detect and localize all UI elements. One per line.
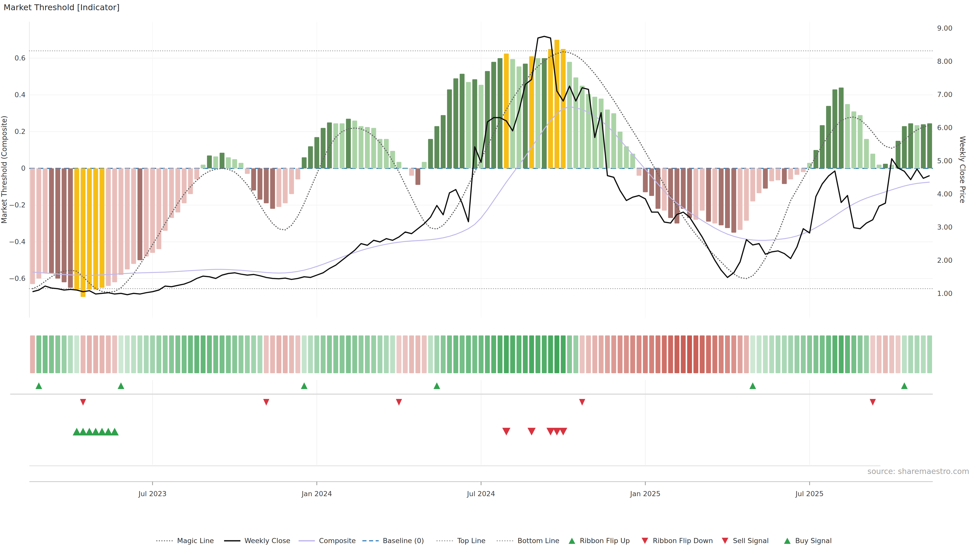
signal-markers <box>10 380 933 466</box>
ribbon-cell <box>870 335 875 373</box>
composite-bar <box>106 168 111 286</box>
ribbon-cell <box>200 335 205 373</box>
ribbon-cell <box>504 335 509 373</box>
composite-bar <box>870 154 875 168</box>
composite-bar <box>694 168 698 220</box>
composite-bar <box>466 82 471 168</box>
right-axis-tick-label: 7.00 <box>937 91 953 98</box>
ribbon-cell <box>74 335 79 373</box>
ribbon-cell <box>396 335 401 373</box>
ribbon-cell <box>567 335 572 373</box>
composite-bar <box>636 168 641 176</box>
ribbon-cell <box>889 335 894 373</box>
buy-signal-icon <box>110 428 119 435</box>
ribbon-strip <box>30 335 932 373</box>
left-axis-tick-label: 0.2 <box>14 127 25 135</box>
ribbon-cell <box>611 335 616 373</box>
ribbon-cell <box>485 335 490 373</box>
ribbon-cell <box>277 335 281 373</box>
left-axis-tick-label: −0.6 <box>9 275 25 283</box>
left-axis-title: Market Threshold (Composite) <box>0 116 8 224</box>
ribbon-flip-down-icon <box>579 399 585 406</box>
ribbon-flip-up-icon <box>118 383 124 389</box>
ribbon-cell <box>927 335 932 373</box>
composite-bar <box>403 167 407 168</box>
composite-bar <box>87 168 92 289</box>
composite-bar <box>156 168 161 249</box>
ribbon-cell <box>258 335 262 373</box>
composite-bar <box>883 164 888 168</box>
x-axis-date-label: Jul 2023 <box>138 490 167 498</box>
ribbon-cell <box>624 335 629 373</box>
ribbon-cell <box>156 335 161 373</box>
composite-bar <box>49 168 54 273</box>
composite-bar <box>359 126 363 168</box>
ribbon-cell <box>188 335 193 373</box>
composite-bar <box>757 168 762 193</box>
ribbon-cell <box>37 335 41 373</box>
ribbon-cell <box>649 335 654 373</box>
ribbon-cell <box>169 335 174 373</box>
left-axis-tick-label: −0.2 <box>9 201 25 209</box>
composite-bar <box>719 168 724 225</box>
ribbon-cell <box>548 335 553 373</box>
ribbon-cell <box>131 335 136 373</box>
ribbon-cell <box>580 335 585 373</box>
ribbon-cell <box>617 335 622 373</box>
right-axis-tick-label: 4.00 <box>937 190 953 198</box>
ribbon-cell <box>81 335 86 373</box>
ribbon-flip-down-icon <box>263 399 269 406</box>
ribbon-cell <box>441 335 445 373</box>
ribbon-cell <box>687 335 692 373</box>
ribbon-cell <box>289 335 294 373</box>
composite-bar <box>434 126 439 168</box>
ribbon-cell <box>352 335 357 373</box>
ribbon-cell <box>327 335 332 373</box>
composite-bar <box>851 111 856 168</box>
composite-bar <box>131 168 136 264</box>
composite-bar <box>37 168 41 279</box>
composite-bar <box>712 168 717 224</box>
x-axis-date-label: Jan 2024 <box>301 490 332 498</box>
composite-bar <box>118 168 123 275</box>
ribbon-cell <box>858 335 862 373</box>
left-axis-tick-label: −0.4 <box>9 238 25 246</box>
source-note: source: sharemaestro.com <box>867 467 969 476</box>
composite-bar <box>68 168 73 288</box>
ribbon-cell <box>390 335 395 373</box>
ribbon-cell <box>422 335 427 373</box>
composite-bar <box>826 106 831 168</box>
composite-bar <box>296 168 301 179</box>
ribbon-cell <box>112 335 117 373</box>
composite-bar <box>732 168 736 233</box>
ribbon-cell <box>447 335 452 373</box>
composite-bar <box>845 104 850 168</box>
composite-bar <box>839 87 844 168</box>
ribbon-cell <box>510 335 515 373</box>
legend-item-label: Ribbon Flip Down <box>653 537 713 545</box>
ribbon-cell <box>43 335 48 373</box>
ribbon-cell <box>213 335 218 373</box>
x-axis-date-label: Jan 2025 <box>630 490 660 498</box>
legend-triangle-up-icon <box>784 538 791 544</box>
composite-bar <box>548 49 553 168</box>
composite-bar <box>377 139 382 168</box>
ribbon-cell <box>592 335 597 373</box>
ribbon-cell <box>479 335 484 373</box>
composite-bar <box>460 74 465 168</box>
ribbon-flip-up-icon <box>749 383 756 389</box>
left-axis-tick-label: 0.4 <box>14 91 25 99</box>
ribbon-cell <box>662 335 667 373</box>
right-axis-tick-label: 8.00 <box>937 57 953 65</box>
ribbon-cell <box>794 335 799 373</box>
ribbon-cell <box>820 335 824 373</box>
ribbon-cell <box>864 335 869 373</box>
composite-bar <box>763 168 768 189</box>
left-axis-tick-label: 0.6 <box>14 54 25 62</box>
composite-bar <box>453 78 458 168</box>
composite-bar <box>43 168 48 273</box>
x-axis-date-label: Jul 2024 <box>466 490 495 498</box>
ribbon-cell <box>49 335 54 373</box>
ribbon-cell <box>87 335 92 373</box>
ribbon-cell <box>573 335 578 373</box>
